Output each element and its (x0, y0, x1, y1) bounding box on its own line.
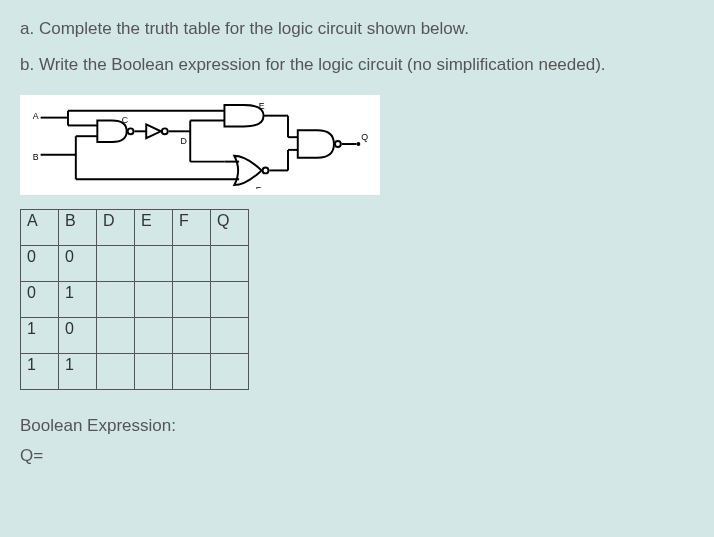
col-d: D (97, 210, 135, 246)
cell[interactable] (97, 354, 135, 390)
circuit-svg: A B C D E F (26, 101, 374, 189)
cell[interactable] (173, 246, 211, 282)
table-row: 1 1 (21, 354, 249, 390)
cell[interactable] (211, 354, 249, 390)
question-a: a. Complete the truth table for the logi… (20, 16, 694, 42)
cell: 1 (59, 354, 97, 390)
svg-point-18 (263, 167, 269, 173)
cell[interactable] (173, 354, 211, 390)
q-equals-label[interactable]: Q= (20, 446, 694, 466)
cell[interactable] (97, 282, 135, 318)
cell[interactable] (135, 282, 173, 318)
label-d: D (180, 136, 186, 146)
svg-point-23 (335, 141, 341, 147)
col-a: A (21, 210, 59, 246)
label-f: F (256, 185, 262, 189)
cell[interactable] (135, 354, 173, 390)
cell: 1 (21, 318, 59, 354)
cell[interactable] (211, 246, 249, 282)
col-f: F (173, 210, 211, 246)
cell[interactable] (173, 282, 211, 318)
question-b: b. Write the Boolean expression for the … (20, 52, 694, 78)
label-b: B (33, 152, 39, 162)
svg-point-25 (356, 142, 360, 146)
cell[interactable] (135, 318, 173, 354)
label-a: A (33, 111, 39, 121)
cell: 0 (21, 246, 59, 282)
cell: 1 (21, 354, 59, 390)
svg-point-10 (162, 128, 168, 134)
logic-circuit-diagram: A B C D E F (20, 95, 380, 195)
col-b: B (59, 210, 97, 246)
col-e: E (135, 210, 173, 246)
table-row: 0 0 (21, 246, 249, 282)
cell[interactable] (97, 318, 135, 354)
label-q: Q (361, 132, 368, 142)
cell: 1 (59, 282, 97, 318)
cell: 0 (59, 246, 97, 282)
table-header-row: A B D E F Q (21, 210, 249, 246)
cell[interactable] (173, 318, 211, 354)
cell[interactable] (97, 246, 135, 282)
cell[interactable] (211, 318, 249, 354)
table-row: 0 1 (21, 282, 249, 318)
cell: 0 (21, 282, 59, 318)
boolean-expression-label: Boolean Expression: (20, 416, 694, 436)
table-row: 1 0 (21, 318, 249, 354)
truth-table: A B D E F Q 0 0 0 1 1 0 (20, 209, 249, 390)
cell[interactable] (135, 246, 173, 282)
cell: 0 (59, 318, 97, 354)
cell[interactable] (211, 282, 249, 318)
col-q: Q (211, 210, 249, 246)
svg-point-8 (128, 128, 134, 134)
